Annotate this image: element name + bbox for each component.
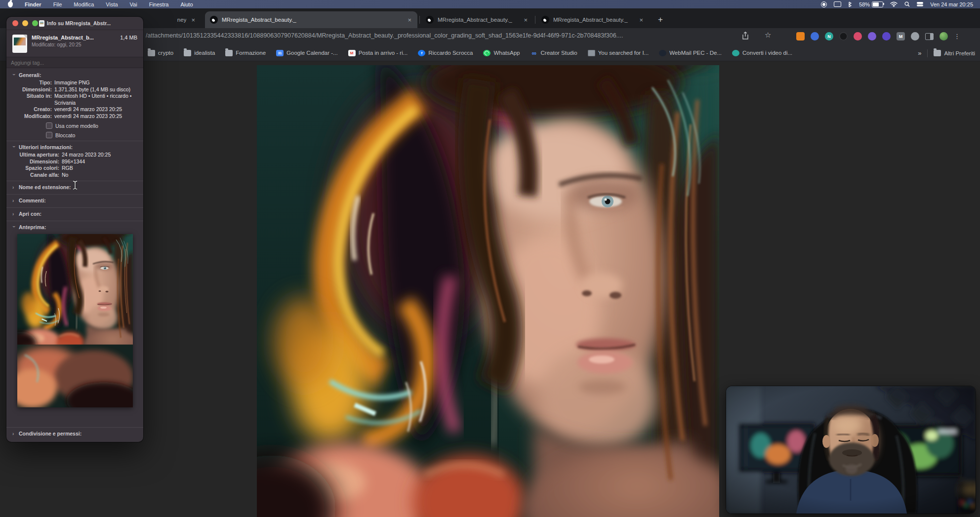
- battery-status[interactable]: 58%: [859, 1, 883, 7]
- menu-file[interactable]: File: [53, 1, 62, 7]
- extension-blue-icon[interactable]: [811, 32, 819, 40]
- row-value: Macintosh HD • Utenti • riccardo • Scriv…: [54, 93, 137, 106]
- webcam-overlay: [726, 386, 976, 514]
- bookmark-item[interactable]: You searched for I...: [588, 50, 649, 56]
- bookmark-item[interactable]: M Posta in arrivo - ri...: [348, 50, 408, 56]
- extension-teal-n-icon[interactable]: N: [825, 32, 833, 40]
- tab-label: ney: [146, 17, 186, 23]
- whatsapp-icon: [483, 50, 490, 56]
- bookmark-item[interactable]: WebMail PEC - De...: [659, 50, 722, 56]
- google-calendar-icon: 31: [276, 50, 284, 56]
- locked-checkbox[interactable]: [46, 132, 52, 138]
- section-open-with[interactable]: › Apri con:: [12, 208, 137, 218]
- zoom-window-button[interactable]: [32, 20, 38, 26]
- screen-record-icon[interactable]: [821, 1, 827, 7]
- menu-modifica[interactable]: Modifica: [74, 1, 94, 7]
- close-tab-icon[interactable]: ×: [407, 16, 412, 24]
- extension-black-icon[interactable]: [839, 32, 848, 40]
- address-bar[interactable]: /attachments/1013512335442333816/1088906…: [146, 32, 737, 39]
- close-window-button[interactable]: [12, 20, 18, 26]
- control-center-icon[interactable]: [917, 2, 923, 6]
- bookmark-label: Creator Studio: [541, 50, 577, 56]
- chevron-down-icon: ›: [11, 146, 17, 150]
- bookmark-item[interactable]: 31 Google Calendar -...: [276, 50, 338, 56]
- bookmark-star-icon[interactable]: ☆: [765, 31, 771, 40]
- checkbox-row[interactable]: Usa come modello: [46, 122, 137, 129]
- menu-vai[interactable]: Vai: [130, 1, 137, 7]
- menu-finder[interactable]: Finder: [25, 1, 41, 7]
- checkbox-label: Bloccato: [55, 132, 75, 138]
- menu-clock[interactable]: Ven 24 mar 20:25: [930, 1, 973, 7]
- tags-field[interactable]: [6, 57, 143, 68]
- tab-3[interactable]: MRregista_Abstract_beauty._ ×: [421, 11, 533, 28]
- chevron-right-icon: ›: [12, 211, 16, 217]
- puzzle-extensions-icon[interactable]: [911, 32, 919, 40]
- tags-input[interactable]: [6, 60, 143, 66]
- bookmark-label: Converti i video di...: [742, 50, 792, 56]
- extension-purple-icon[interactable]: [882, 32, 891, 40]
- folder-icon: [148, 50, 155, 56]
- spotlight-search-icon[interactable]: [904, 1, 910, 7]
- section-preview[interactable]: › Anteprima:: [12, 221, 137, 232]
- wifi-icon[interactable]: [890, 1, 898, 7]
- section-more-info[interactable]: › Ulteriori informazioni:: [12, 141, 137, 152]
- menu-aiuto[interactable]: Aiuto: [180, 1, 193, 7]
- close-tab-icon[interactable]: ×: [523, 16, 529, 24]
- bookmark-label: WebMail PEC - De...: [669, 50, 722, 56]
- apple-menu-icon[interactable]: [8, 1, 13, 7]
- tab-favicon: [210, 16, 218, 24]
- minimize-window-button[interactable]: [22, 20, 28, 26]
- tab-partial[interactable]: ney ×: [141, 11, 201, 28]
- row-value: No: [62, 172, 68, 179]
- row-value: Immagine PNG: [54, 80, 90, 86]
- close-tab-icon[interactable]: ×: [638, 16, 644, 24]
- row-label: Spazio colori:: [12, 165, 59, 172]
- bookmark-folder[interactable]: Formazione: [225, 50, 266, 56]
- info-row: Situato in:Macintosh HD • Utenti • ricca…: [12, 93, 137, 106]
- tab-4[interactable]: MRregista_Abstract_beauty._ ×: [536, 11, 649, 28]
- webmail-icon: [659, 50, 666, 56]
- other-bookmarks-folder[interactable]: Altri Preferiti: [934, 50, 975, 56]
- profile-avatar[interactable]: [939, 32, 948, 40]
- menu-finestra[interactable]: Finestra: [149, 1, 169, 7]
- bookmark-item[interactable]: ∞ Creator Studio: [531, 50, 577, 56]
- sidebar-toggle-icon[interactable]: [925, 33, 934, 40]
- info-row: Ultima apertura:24 marzo 2023 20:25: [12, 152, 137, 159]
- bookmark-item[interactable]: f Riccardo Scrocca: [418, 50, 473, 56]
- display-icon[interactable]: [834, 1, 841, 7]
- row-label: Ultima apertura:: [12, 152, 59, 159]
- bluetooth-icon[interactable]: [848, 1, 852, 7]
- extension-gray-icon[interactable]: M: [897, 32, 905, 40]
- extension-ghost-icon[interactable]: [868, 32, 876, 40]
- section-sharing-permissions[interactable]: › Condivisione e permessi:: [12, 428, 137, 438]
- abstract-beauty-image[interactable]: [257, 65, 719, 517]
- file-header: MRregista_Abstract_b... 1,4 MB Modificat…: [6, 30, 143, 55]
- converter-icon: [732, 50, 739, 56]
- bookmark-folder[interactable]: crypto: [148, 50, 173, 56]
- menu-vista[interactable]: Vista: [106, 1, 118, 7]
- new-tab-button[interactable]: +: [655, 14, 666, 25]
- browser-menu-icon[interactable]: ⋮: [954, 33, 960, 40]
- extension-key-icon[interactable]: [854, 32, 862, 40]
- bookmark-item[interactable]: Converti i video di...: [732, 50, 792, 56]
- bookmark-label: Google Calendar -...: [286, 50, 338, 56]
- extension-fox-icon[interactable]: [796, 32, 805, 40]
- bookmark-folder[interactable]: idealista: [184, 50, 215, 56]
- checkbox-row[interactable]: Bloccato: [46, 132, 137, 138]
- section-general[interactable]: › Generali:: [12, 69, 137, 80]
- bookmark-label: Posta in arrivo - ri...: [359, 50, 408, 56]
- section-comments[interactable]: › Commenti:: [12, 195, 137, 205]
- close-tab-icon[interactable]: ×: [190, 16, 196, 24]
- finder-info-window: Info su MRregista_Abstr... MRregista_Abs…: [6, 17, 143, 442]
- bookmark-item[interactable]: WhatsApp: [483, 50, 520, 56]
- checkbox-label: Usa come modello: [55, 123, 98, 129]
- tab-active[interactable]: MRregista_Abstract_beauty._ ×: [205, 11, 417, 28]
- stationery-checkbox[interactable]: [46, 122, 52, 129]
- extensions-row: N M ⋮: [796, 32, 960, 40]
- share-icon[interactable]: [742, 32, 749, 42]
- info-window-titlebar[interactable]: Info su MRregista_Abstr...: [6, 17, 143, 30]
- preview-thumbnail: [17, 234, 133, 407]
- bookmarks-overflow-icon[interactable]: »: [918, 49, 921, 57]
- desktop-screen: Finder File Modifica Vista Vai Finestra …: [0, 0, 980, 517]
- preview-pane: [12, 232, 137, 407]
